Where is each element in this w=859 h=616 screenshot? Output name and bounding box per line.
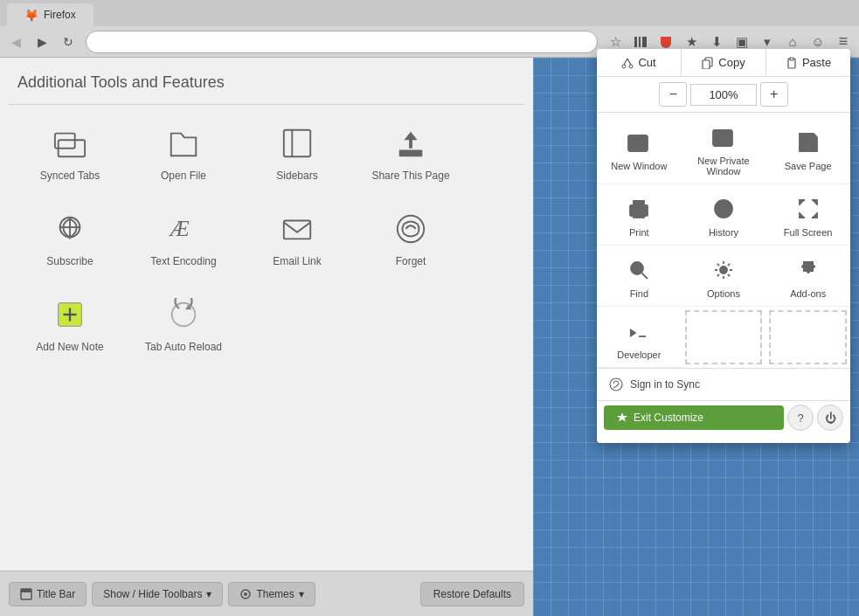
svg-point-13 bbox=[398, 216, 424, 242]
url-bar[interactable] bbox=[86, 31, 598, 53]
subscribe-label: Subscribe bbox=[46, 255, 93, 267]
browser-tab[interactable]: 🦊 Firefox bbox=[7, 3, 94, 26]
main-content: Additional Tools and Features Synced Tab… bbox=[0, 58, 533, 571]
menu-save-page[interactable]: Save Page bbox=[765, 113, 850, 184]
sign-in-label: Sign in to Sync bbox=[630, 378, 700, 391]
exit-customize-button[interactable]: Exit Customize bbox=[604, 405, 784, 430]
restore-defaults-button[interactable]: Restore Defaults bbox=[420, 582, 524, 606]
reload-button[interactable]: ↻ bbox=[56, 30, 80, 54]
menu-options[interactable]: Options bbox=[682, 246, 766, 307]
svg-rect-30 bbox=[790, 58, 793, 60]
developer-label: Developer bbox=[617, 350, 661, 360]
tab-bar: 🦊 Firefox bbox=[0, 0, 859, 26]
ccp-row: Cut Copy Paste bbox=[597, 49, 850, 77]
find-icon bbox=[625, 256, 653, 284]
bottom-bar: Title Bar Show / Hide Toolbars ▾ Themes … bbox=[0, 571, 533, 616]
add-new-note-label: Add New Note bbox=[36, 341, 103, 353]
show-hide-toolbars-button[interactable]: Show / Hide Toolbars ▾ bbox=[92, 582, 223, 606]
developer-icon bbox=[625, 317, 653, 345]
svg-rect-36 bbox=[804, 134, 811, 140]
new-window-label: New Window bbox=[611, 161, 667, 171]
svg-line-41 bbox=[642, 273, 648, 280]
title-bar-button[interactable]: Title Bar bbox=[9, 582, 87, 606]
copy-button[interactable]: Copy bbox=[682, 49, 766, 76]
themes-button[interactable]: Themes ▾ bbox=[228, 582, 315, 606]
tool-synced-tabs[interactable]: Synced Tabs bbox=[17, 114, 122, 190]
tab-auto-reload-label: Tab Auto Reload bbox=[145, 341, 222, 353]
forget-icon bbox=[390, 208, 432, 250]
paste-button[interactable]: Paste bbox=[766, 49, 850, 76]
options-icon bbox=[710, 256, 738, 284]
menu-history[interactable]: History bbox=[682, 184, 766, 246]
save-page-icon bbox=[794, 128, 822, 156]
options-label: Options bbox=[707, 288, 740, 299]
share-icon bbox=[390, 122, 432, 164]
back-button[interactable]: ◀ bbox=[3, 30, 28, 54]
svg-line-25 bbox=[624, 59, 627, 65]
svg-rect-28 bbox=[703, 60, 710, 69]
history-label: History bbox=[709, 227, 738, 238]
find-label: Find bbox=[630, 288, 648, 299]
add-ons-icon bbox=[794, 256, 822, 284]
share-label: Share This Page bbox=[371, 170, 449, 182]
subscribe-icon bbox=[49, 208, 91, 250]
forget-label: Forget bbox=[396, 255, 426, 267]
menu-developer[interactable]: Developer bbox=[597, 307, 682, 368]
svg-rect-1 bbox=[639, 37, 641, 47]
tab-favicon: 🦊 bbox=[24, 9, 38, 22]
svg-point-17 bbox=[172, 303, 196, 327]
open-file-icon bbox=[163, 122, 204, 164]
tool-share-this-page[interactable]: Share This Page bbox=[358, 114, 463, 190]
print-label: Print bbox=[629, 227, 649, 238]
sidebars-label: Sidebars bbox=[276, 170, 317, 182]
zoom-in-button[interactable]: + bbox=[760, 82, 788, 107]
tools-grid: Synced Tabs Open File Sidebars Share Thi… bbox=[0, 105, 533, 370]
menu-print[interactable]: Print bbox=[597, 184, 682, 246]
menu-new-window[interactable]: New Window bbox=[597, 113, 682, 184]
svg-rect-31 bbox=[628, 135, 648, 151]
menu-full-screen[interactable]: Full Screen bbox=[765, 184, 850, 246]
save-page-label: Save Page bbox=[785, 161, 832, 171]
new-private-window-label: New Private Window bbox=[687, 156, 761, 176]
help-button[interactable]: ? bbox=[787, 405, 814, 431]
power-button[interactable]: ⏻ bbox=[817, 405, 843, 431]
tool-email-link[interactable]: Email Link bbox=[245, 199, 350, 276]
zoom-out-button[interactable]: − bbox=[659, 82, 687, 107]
sidebars-icon bbox=[276, 122, 318, 164]
menu-empty-1 bbox=[685, 310, 763, 364]
url-input[interactable] bbox=[95, 36, 588, 48]
open-file-label: Open File bbox=[161, 170, 206, 182]
new-window-icon bbox=[625, 128, 653, 156]
cut-button[interactable]: Cut bbox=[597, 49, 682, 76]
svg-point-34 bbox=[722, 135, 725, 139]
svg-point-24 bbox=[629, 65, 633, 68]
forward-button[interactable]: ▶ bbox=[30, 30, 54, 54]
svg-point-22 bbox=[244, 592, 247, 596]
full-screen-icon bbox=[794, 195, 822, 223]
svg-point-42 bbox=[720, 266, 727, 273]
menu-new-private-window[interactable]: New Private Window bbox=[682, 113, 766, 184]
tool-sidebars[interactable]: Sidebars bbox=[245, 114, 350, 190]
add-ons-label: Add-ons bbox=[790, 288, 826, 299]
menu-items-grid: New Window New Private Window Save Page … bbox=[597, 113, 850, 368]
menu-find[interactable]: Find bbox=[597, 246, 682, 307]
svg-point-44 bbox=[610, 378, 622, 391]
tool-tab-auto-reload[interactable]: Tab Auto Reload bbox=[131, 285, 236, 362]
new-private-window-icon bbox=[710, 123, 738, 151]
svg-point-40 bbox=[631, 262, 643, 274]
tool-add-new-note[interactable]: Add New Note bbox=[17, 285, 122, 362]
themes-chevron-icon: ▾ bbox=[299, 588, 304, 600]
email-label: Email Link bbox=[273, 255, 321, 267]
tool-subscribe[interactable]: Subscribe bbox=[17, 199, 122, 276]
tool-forget[interactable]: Forget bbox=[358, 199, 463, 276]
svg-rect-38 bbox=[634, 211, 644, 218]
tool-open-file[interactable]: Open File bbox=[131, 114, 236, 190]
menu-add-ons[interactable]: Add-ons bbox=[765, 246, 850, 307]
text-encoding-icon: Æ bbox=[163, 208, 204, 250]
popup-menu: Cut Copy Paste − 100% + New Window bbox=[597, 49, 850, 443]
sign-in-row[interactable]: Sign in to Sync bbox=[597, 368, 850, 401]
svg-line-26 bbox=[627, 59, 631, 65]
svg-rect-5 bbox=[284, 130, 310, 156]
tool-text-encoding[interactable]: Æ Text Encoding bbox=[131, 199, 236, 276]
exit-bar: Exit Customize ? ⏻ bbox=[597, 401, 850, 434]
